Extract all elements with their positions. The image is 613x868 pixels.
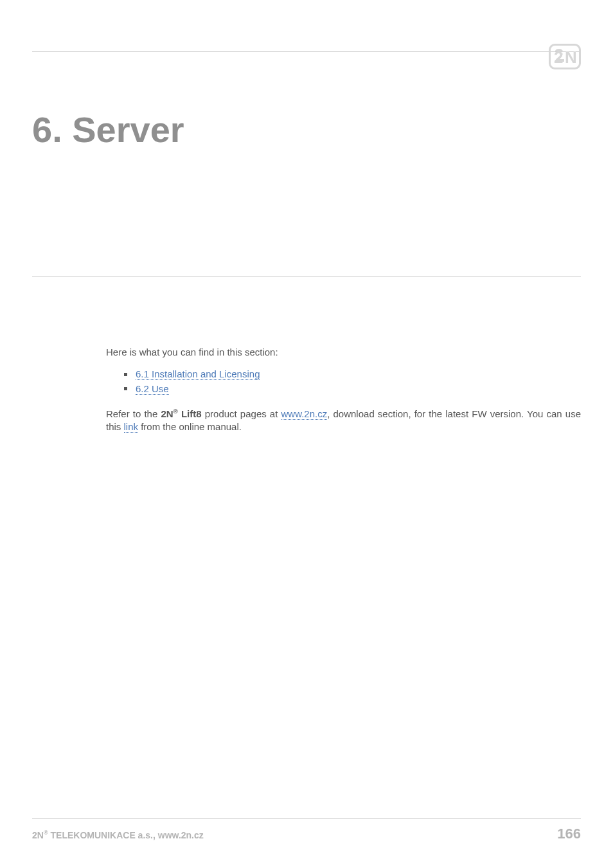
registered-icon: ®: [44, 829, 48, 836]
page-number: 166: [557, 826, 581, 842]
page-footer: 2N® TELEKOMUNIKACE a.s., www.2n.cz 166: [32, 818, 581, 842]
footer-company-pre: 2N: [32, 830, 44, 840]
section-link-list: 6.1 Installation and Licensing 6.2 Use: [124, 368, 581, 395]
section-link-install-licensing[interactable]: 6.1 Installation and Licensing: [136, 368, 260, 380]
list-item: 6.2 Use: [124, 383, 581, 395]
section-link-use[interactable]: 6.2 Use: [136, 383, 169, 395]
refer-text-mid1: product pages at: [202, 408, 281, 419]
brand-name: 2N: [161, 408, 173, 419]
intro-text: Here is what you can find in this sectio…: [106, 346, 581, 359]
website-link[interactable]: www.2n.cz: [281, 408, 328, 420]
refer-text-end: from the online manual.: [138, 421, 242, 432]
refer-paragraph: Refer to the 2N® Lift8 product pages at …: [106, 407, 581, 434]
download-link[interactable]: link: [124, 421, 139, 433]
header-area: 2 N: [32, 51, 581, 52]
registered-icon: ®: [173, 408, 178, 415]
content-block: Here is what you can find in this sectio…: [32, 276, 581, 433]
page-container: 2 N 6. Server Here is what you can find …: [0, 0, 613, 868]
svg-text:N: N: [565, 48, 577, 67]
footer-company: 2N® TELEKOMUNIKACE a.s., www.2n.cz: [32, 829, 204, 840]
top-divider: [32, 51, 581, 52]
refer-text-pre: Refer to the: [106, 408, 161, 419]
brand-logo-icon: 2 N: [549, 44, 581, 69]
page-title: 6. Server: [32, 52, 581, 150]
list-item: 6.1 Installation and Licensing: [124, 368, 581, 381]
footer-company-post: TELEKOMUNIKACE a.s., www.2n.cz: [48, 830, 204, 840]
brand-product: Lift8: [178, 408, 202, 419]
svg-text:2: 2: [554, 48, 563, 67]
